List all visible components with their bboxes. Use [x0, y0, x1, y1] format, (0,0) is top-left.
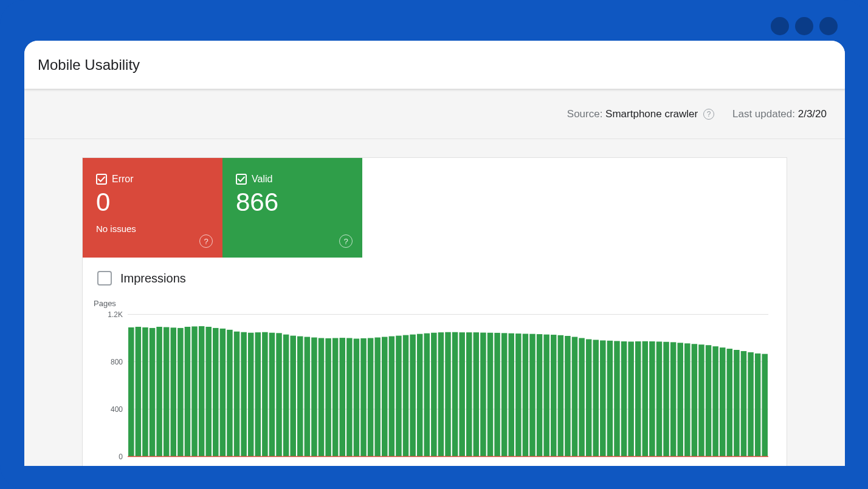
chart-bar — [171, 327, 177, 456]
tile-error-label: Error — [112, 174, 134, 185]
chart-bar — [628, 341, 634, 456]
chart-bar — [297, 337, 303, 457]
chart-bar — [177, 328, 184, 457]
source-info: Source: Smartphone crawler ? — [567, 108, 714, 120]
chart-bar — [727, 349, 733, 456]
chart-bar — [128, 327, 134, 457]
chart-bar — [635, 341, 641, 457]
updated-label: Last updated: — [732, 108, 798, 120]
chart-bar — [508, 333, 514, 457]
checkbox-checked-icon — [236, 174, 247, 185]
chart-bar — [311, 338, 317, 457]
chart-bar — [213, 328, 219, 457]
chart-bar — [649, 341, 655, 457]
chart-bar — [501, 333, 508, 456]
chart-bar — [523, 333, 529, 456]
chart-bar — [558, 335, 564, 457]
chart-bar — [663, 342, 669, 457]
chart-bar — [403, 335, 409, 457]
chart-bar — [150, 328, 156, 457]
chart-bar — [410, 335, 416, 457]
chart-bar — [565, 336, 571, 457]
tile-valid[interactable]: Valid 866 ? — [222, 158, 362, 258]
meta-row: Source: Smartphone crawler ? Last update… — [24, 89, 845, 139]
chart-bar — [325, 338, 331, 457]
chart-container: Pages 04008001.2K — [83, 299, 787, 466]
impressions-checkbox[interactable] — [97, 271, 112, 286]
chart-bar — [670, 342, 677, 456]
tile-error-value: 0 — [96, 190, 209, 215]
chart-bar — [241, 332, 247, 457]
chart-bar — [621, 341, 627, 457]
chart-bar — [593, 340, 599, 456]
tile-error[interactable]: Error 0 No issues ? — [83, 158, 222, 258]
chart-bar — [692, 344, 698, 456]
source-label: Source: — [567, 108, 605, 120]
chart-bar — [360, 338, 367, 457]
updated-value: 2/3/20 — [798, 108, 827, 120]
tile-valid-label: Valid — [252, 174, 272, 185]
chart-bar — [374, 338, 381, 457]
chart-bar — [459, 332, 465, 456]
chart-bar — [607, 341, 613, 457]
chart-bar — [319, 338, 325, 457]
chart-bar — [656, 341, 663, 456]
chart-bar — [755, 354, 761, 457]
chart-bar — [579, 338, 585, 457]
chart-bar — [234, 332, 240, 457]
svg-text:1.2K: 1.2K — [108, 310, 123, 319]
chart-bar — [269, 333, 275, 457]
chart-bar — [551, 335, 557, 456]
chart-bar — [431, 333, 437, 457]
chart-bar — [445, 332, 451, 457]
chart-bar — [290, 336, 296, 457]
chart-bar — [537, 334, 543, 456]
page-header: Mobile Usability — [24, 41, 845, 89]
pages-chart: 04008001.2K — [97, 310, 772, 466]
body-area: Error 0 No issues ? Valid 866 — [24, 139, 845, 466]
chart-bar — [382, 337, 388, 457]
chart-bar — [185, 327, 191, 457]
chart-bar — [346, 338, 353, 457]
chart-bar — [354, 338, 360, 456]
chart-bar — [283, 335, 289, 457]
updated-info: Last updated: 2/3/20 — [732, 108, 827, 120]
impressions-row: Impressions — [83, 258, 787, 299]
chart-bar — [706, 345, 712, 456]
chart-ylabel: Pages — [94, 299, 772, 308]
chart-bar — [698, 344, 704, 456]
window-dot-icon — [819, 17, 838, 35]
chart-bar — [487, 333, 494, 457]
svg-text:0: 0 — [119, 452, 123, 461]
chart-bar — [494, 333, 500, 457]
chart-bar — [255, 332, 261, 456]
chart-bar — [156, 327, 162, 457]
help-icon[interactable]: ? — [703, 109, 714, 120]
tile-error-sub: No issues — [96, 224, 209, 234]
chart-bar — [474, 332, 480, 456]
chart-bar — [762, 354, 768, 457]
chart-bar — [741, 351, 747, 457]
chart-bar — [748, 352, 754, 457]
chart-bar — [227, 330, 233, 457]
browser-frame: Mobile Usability Source: Smartphone craw… — [0, 0, 868, 489]
chart-bar — [452, 332, 458, 457]
chart-bar — [191, 326, 198, 456]
page-title: Mobile Usability — [38, 56, 140, 74]
chart-bar — [164, 327, 170, 457]
window-dot-icon — [771, 17, 789, 35]
chart-bar — [515, 333, 522, 456]
chart-bar — [262, 332, 268, 457]
chart-bar — [199, 326, 205, 457]
chart-bar — [305, 337, 311, 457]
chart-bar — [614, 341, 620, 456]
chart-bar — [417, 334, 423, 457]
chart-bar — [466, 332, 472, 456]
chart-bar — [480, 333, 486, 457]
chart-bar — [572, 337, 578, 457]
help-icon[interactable]: ? — [199, 234, 213, 248]
chart-bar — [543, 335, 549, 457]
chart-bar — [642, 341, 649, 457]
help-icon[interactable]: ? — [339, 234, 353, 248]
tile-valid-value: 866 — [236, 190, 349, 215]
